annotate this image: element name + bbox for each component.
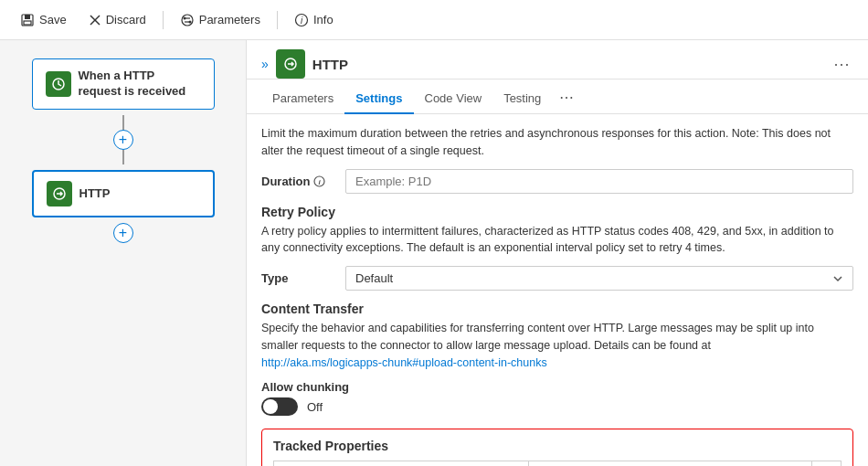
toggle-thumb	[263, 399, 278, 414]
info-icon: i	[294, 13, 309, 27]
separator	[163, 11, 164, 29]
tracked-delete-button[interactable]: ✕	[812, 461, 842, 466]
tracked-value-cell[interactable]: "TrackedValue1"	[528, 461, 812, 466]
retry-policy-title: Retry Policy	[261, 205, 853, 219]
tracked-properties-table: MyCustomTrackedProperty1 "TrackedValue1"…	[273, 461, 842, 466]
chunking-toggle-row: Off	[261, 397, 853, 416]
tracked-key-value[interactable]: MyCustomTrackedProperty1	[274, 461, 529, 466]
separator2	[277, 11, 278, 29]
duration-description: Limit the maximum duration between the r…	[261, 125, 853, 160]
add-step-button-1[interactable]: +	[113, 130, 133, 150]
tabs-more-button[interactable]: ⋯	[552, 81, 581, 113]
content-transfer-title: Content Transfer	[261, 302, 853, 316]
tracked-properties-section: Tracked Properties MyCustomTrackedProper…	[261, 429, 853, 466]
svg-point-5	[182, 15, 193, 26]
info-label: Info	[313, 13, 333, 26]
tab-code-view[interactable]: Code View	[414, 84, 493, 114]
parameters-button[interactable]: Parameters	[171, 9, 270, 31]
allow-chunking-label: Allow chunking	[261, 380, 853, 394]
add-step-button-2[interactable]: +	[113, 223, 133, 243]
panel-header: » HTTP ⋯	[247, 40, 868, 79]
action-card[interactable]: HTTP	[32, 170, 215, 217]
save-label: Save	[39, 13, 67, 26]
content-transfer-link[interactable]: http://aka.ms/logicapps-chunk#upload-con…	[261, 356, 547, 369]
panel-content: Limit the maximum duration between the r…	[247, 114, 868, 466]
duration-input[interactable]	[345, 169, 853, 194]
info-button[interactable]: i Info	[285, 9, 343, 31]
expand-icon[interactable]: »	[261, 57, 269, 71]
panel-http-icon	[283, 57, 298, 71]
tabs-bar: Parameters Settings Code View Testing ⋯	[247, 81, 868, 114]
connector-line	[122, 115, 124, 130]
chevron-down-icon	[832, 273, 843, 284]
svg-rect-2	[24, 21, 31, 25]
svg-rect-1	[25, 15, 30, 19]
tab-settings[interactable]: Settings	[344, 84, 413, 114]
trigger-title: When a HTTP request is received	[79, 69, 201, 100]
save-button[interactable]: Save	[11, 9, 76, 31]
save-icon	[20, 13, 35, 27]
chunking-toggle[interactable]	[261, 397, 298, 416]
action-icon	[47, 181, 72, 207]
connector-1: +	[113, 115, 133, 164]
content-transfer-desc: Specify the behavior and capabilities fo…	[261, 320, 853, 371]
type-value: Default	[355, 271, 393, 285]
tab-testing[interactable]: Testing	[492, 84, 552, 114]
svg-text:i: i	[319, 178, 322, 186]
type-label: Type	[261, 271, 334, 285]
type-field-row: Type Default	[261, 266, 853, 291]
right-panel: » HTTP ⋯ Parameters Settings Code View T…	[247, 40, 868, 466]
retry-policy-desc: A retry policy applies to intermittent f…	[261, 223, 853, 258]
trigger-icon	[46, 71, 71, 97]
http-action-icon	[52, 186, 67, 201]
parameters-icon	[180, 13, 195, 27]
duration-label: Duration i	[261, 175, 334, 188]
panel-title: HTTP	[312, 57, 348, 72]
panel-more-button[interactable]: ⋯	[830, 52, 853, 76]
close-icon	[89, 14, 101, 26]
connector-line-2	[122, 150, 124, 164]
type-select[interactable]: Default	[345, 266, 853, 291]
discard-button[interactable]: Discard	[79, 9, 155, 30]
trigger-card[interactable]: When a HTTP request is received	[32, 58, 215, 110]
duration-field-row: Duration i	[261, 169, 853, 194]
parameters-label: Parameters	[199, 13, 260, 26]
tracked-properties-title: Tracked Properties	[273, 439, 842, 453]
left-panel: When a HTTP request is received + HTTP +	[0, 40, 247, 466]
tracked-data-row: MyCustomTrackedProperty1 "TrackedValue1"…	[274, 461, 842, 466]
svg-text:i: i	[301, 16, 303, 26]
toolbar: Save Discard Parameters i Info	[0, 0, 868, 40]
duration-info-icon: i	[313, 175, 325, 187]
connector-2: +	[113, 223, 133, 243]
toggle-state-label: Off	[307, 400, 323, 414]
discard-label: Discard	[106, 13, 146, 26]
tab-parameters[interactable]: Parameters	[261, 84, 344, 114]
action-title: HTTP	[79, 186, 111, 200]
panel-step-icon	[276, 49, 305, 79]
http-trigger-icon	[51, 77, 66, 91]
main-area: When a HTTP request is received + HTTP +	[0, 40, 868, 466]
panel-header-left: » HTTP	[261, 49, 348, 79]
